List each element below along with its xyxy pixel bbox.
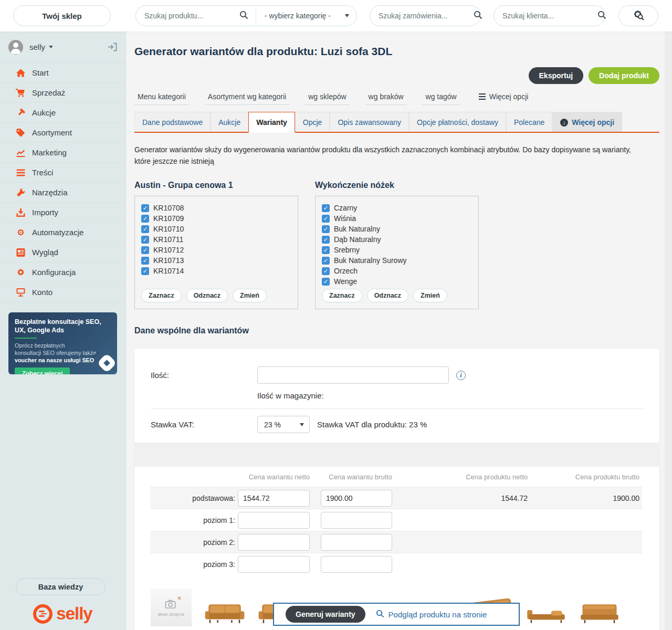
- checkbox-checked[interactable]: [322, 236, 330, 244]
- checkbox-checked[interactable]: [141, 204, 149, 212]
- client-search-input[interactable]: [502, 12, 597, 20]
- tab-wiecej-opcji[interactable]: ↓ Więcej opcji: [552, 112, 622, 132]
- link-asortyment-wg-kategorii[interactable]: Asortyment wg kategorii: [205, 92, 289, 105]
- sidebar-item-marketing[interactable]: Marketing: [0, 143, 125, 163]
- product-search-group: - wybierz kategorię -: [135, 5, 357, 26]
- link-wg-sklepow[interactable]: wg sklepów: [305, 92, 349, 105]
- thumbnail-sofa: [579, 589, 620, 630]
- sidebar-item-konfiguracja[interactable]: Konfiguracja: [0, 262, 125, 282]
- sidebar-item-narzedzia[interactable]: Narzędzia: [0, 183, 125, 203]
- link-menu-kategorii[interactable]: Menu kategorii: [134, 92, 189, 105]
- generate-variants-button[interactable]: Generuj warianty: [286, 606, 365, 623]
- link-wg-tagow[interactable]: wg tagów: [423, 92, 460, 105]
- sidebar-item-konto[interactable]: Konto: [0, 282, 125, 302]
- tab-polecane[interactable]: Polecane: [506, 112, 552, 132]
- divider: [151, 408, 643, 409]
- sidebar-item-wyglad[interactable]: Wygląd: [0, 243, 125, 262]
- sidebar-item-tresci[interactable]: Treści: [0, 163, 125, 183]
- user-menu[interactable]: selly: [0, 32, 125, 63]
- order-search-input[interactable]: [379, 12, 474, 20]
- variant-brutto-input[interactable]: [321, 512, 392, 529]
- shop-button[interactable]: Twój sklep: [13, 5, 111, 26]
- sofa-image[interactable]: [526, 589, 566, 626]
- knowledge-base-button[interactable]: Baza wiedzy: [16, 578, 106, 595]
- vat-select[interactable]: 23 %: [257, 416, 310, 433]
- option-row: Orzech: [322, 266, 473, 276]
- no-photo-placeholder[interactable]: ✕ BRAK ZDJĘCIA: [151, 589, 192, 626]
- checkbox-checked[interactable]: [141, 257, 149, 265]
- checkbox-checked[interactable]: [141, 215, 149, 223]
- variant-netto-input[interactable]: [238, 512, 310, 529]
- export-button[interactable]: Eksportuj: [529, 67, 584, 84]
- link-wg-brakow[interactable]: wg braków: [365, 92, 407, 105]
- thumbnail-sofa: [526, 589, 566, 630]
- search-icon[interactable]: [239, 10, 248, 22]
- search-icon[interactable]: [597, 10, 606, 22]
- quantity-label: Ilość:: [151, 371, 257, 380]
- sidebar-item-start[interactable]: Start: [0, 63, 125, 83]
- promo-banner: Bezpłatne konsultacje SEO, UX, Google Ad…: [8, 312, 117, 374]
- checkbox-checked[interactable]: [141, 246, 149, 254]
- table-row-podstawowa: podstawowa: 1544.72 1900.00: [151, 487, 642, 509]
- quantity-input[interactable]: [257, 366, 449, 384]
- group-options-box: Czarny Wiśnia Buk Naturalny Dąb Naturaln…: [315, 196, 479, 309]
- variant-netto-input[interactable]: [238, 534, 310, 551]
- deselect-all-button[interactable]: Odznacz: [367, 289, 408, 302]
- vat-note: Stawka VAT dla produktu: 23 %: [317, 420, 427, 429]
- sidebar-item-asortyment[interactable]: Asortyment: [0, 123, 125, 143]
- price-table: Cena wariantu netto Cena wariantu brutto…: [134, 467, 659, 575]
- checkbox-checked[interactable]: [141, 236, 149, 244]
- variant-brutto-input[interactable]: [321, 534, 392, 551]
- checkbox-checked[interactable]: [322, 278, 330, 286]
- sidebar-item-importy[interactable]: Importy: [0, 203, 125, 223]
- tab-opis-zawansowany[interactable]: Opis zawansowany: [330, 112, 409, 132]
- variant-brutto-input[interactable]: [321, 556, 392, 573]
- row-label: poziom 2:: [151, 538, 238, 547]
- checkbox-checked[interactable]: [141, 267, 149, 275]
- checkbox-checked[interactable]: [322, 204, 330, 212]
- sofa-image[interactable]: [204, 589, 245, 626]
- option-row: Dąb Naturalny: [322, 234, 473, 245]
- tab-dane-podstawowe[interactable]: Dane podstawowe: [134, 112, 211, 132]
- preview-product-link[interactable]: Podgląd produktu na stronie: [376, 610, 487, 620]
- search-icon[interactable]: [474, 10, 482, 22]
- info-icon[interactable]: i: [456, 371, 466, 380]
- category-select[interactable]: - wybierz kategorię -: [256, 12, 356, 20]
- change-button[interactable]: Zmień: [413, 289, 447, 302]
- scrollbar-track[interactable]: [665, 32, 672, 630]
- sidebar-item-sprzedaz[interactable]: Sprzedaż: [0, 83, 125, 103]
- tab-opcje-platnosci-dostawy[interactable]: Opcje płatności, dostawy: [409, 112, 506, 132]
- checkbox-checked[interactable]: [322, 246, 330, 254]
- product-search-input[interactable]: [144, 12, 239, 20]
- add-product-button[interactable]: Dodaj produkt: [589, 67, 659, 84]
- link-wiecej-opcji[interactable]: Więcej opcji: [476, 92, 532, 104]
- variant-brutto-input[interactable]: [321, 490, 392, 507]
- sidebar-item-aukcje[interactable]: Aukcje: [0, 103, 125, 123]
- variant-netto-input[interactable]: [238, 490, 310, 507]
- select-all-button[interactable]: Zaznacz: [322, 289, 362, 302]
- deselect-all-button[interactable]: Odznacz: [186, 289, 228, 302]
- tab-aukcje[interactable]: Aukcje: [211, 112, 248, 132]
- tab-warianty[interactable]: Warianty: [248, 112, 295, 133]
- promo-see-more-button[interactable]: Zobacz więcej: [15, 368, 70, 374]
- tab-opcje[interactable]: Opcje: [295, 112, 330, 132]
- change-button[interactable]: Zmień: [233, 289, 267, 302]
- tag-icon: [16, 128, 25, 137]
- sofa-image[interactable]: [579, 589, 620, 626]
- selly-logo-icon: [33, 604, 52, 624]
- checkbox-checked[interactable]: [322, 215, 330, 223]
- advanced-search-button[interactable]: [618, 5, 658, 26]
- collapse-sidebar-icon[interactable]: [108, 43, 117, 51]
- sidebar: selly Start Sprzedaż Aukcje: [0, 32, 126, 630]
- select-all-button[interactable]: Zaznacz: [141, 289, 182, 302]
- option-row: Buk Naturalny: [322, 224, 473, 234]
- table-row-poziom-2: poziom 2:: [151, 531, 642, 553]
- user-name: selly: [29, 43, 45, 51]
- checkbox-checked[interactable]: [322, 257, 330, 265]
- checkbox-checked[interactable]: [322, 267, 330, 275]
- checkbox-checked[interactable]: [141, 225, 149, 233]
- checkbox-checked[interactable]: [322, 225, 330, 233]
- variant-netto-input[interactable]: [238, 556, 310, 573]
- sidebar-item-automatyzacje[interactable]: Automatyzacje: [0, 223, 125, 243]
- chevron-down-icon: [49, 46, 53, 48]
